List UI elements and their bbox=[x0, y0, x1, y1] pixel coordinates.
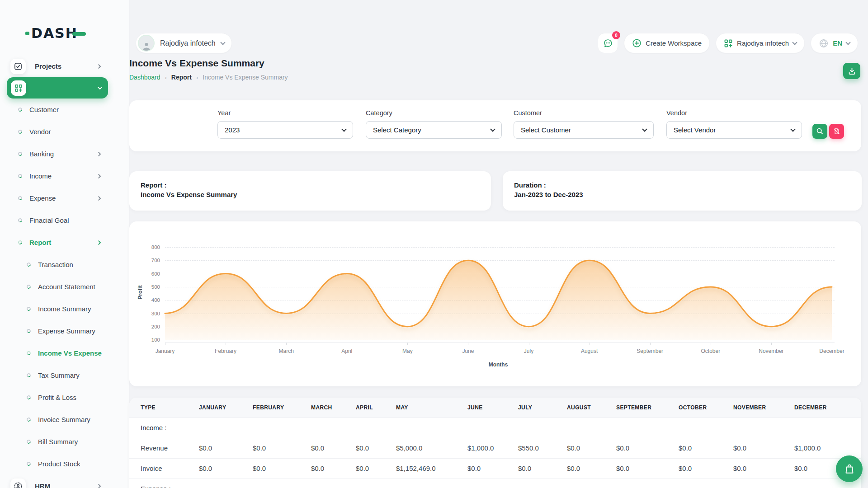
chevron-right-icon bbox=[97, 196, 102, 201]
duration-label: Duration : bbox=[514, 180, 850, 190]
sidebar-item-banking[interactable]: Banking bbox=[0, 143, 129, 165]
value-cell: $0.0 bbox=[616, 458, 678, 479]
sidebar-item-label: Income Vs Expense bbox=[38, 349, 102, 357]
sidebar-item-accounting[interactable]: Accounting bbox=[7, 77, 108, 99]
workspace-selector[interactable]: Rajodiya infotech bbox=[136, 33, 232, 53]
sidebar-item-projects[interactable]: Projects bbox=[0, 55, 129, 77]
table-row: Invoice$0.0$0.0$0.0$0.0$1,152,469.0$0.0$… bbox=[129, 458, 861, 479]
column-header: JULY bbox=[518, 398, 566, 418]
apply-filter-button[interactable] bbox=[812, 124, 827, 139]
category-select[interactable]: Select Category bbox=[366, 121, 502, 139]
sidebar-item-label: Tax Summary bbox=[38, 371, 80, 379]
sidebar-item-label: Customer bbox=[29, 106, 59, 113]
value-cell: $0.0 bbox=[678, 438, 733, 458]
chevron-right-icon bbox=[97, 151, 102, 157]
year-select[interactable]: 2023 bbox=[217, 121, 353, 139]
organization-dropdown[interactable]: Rajodiya infotech bbox=[716, 33, 805, 53]
sidebar-item-label: Expense bbox=[29, 194, 56, 202]
bullet-icon bbox=[18, 129, 23, 135]
sidebar-item-tax-summary[interactable]: Tax Summary bbox=[0, 364, 129, 386]
sidebar-item-label: Income Summary bbox=[38, 305, 91, 313]
sidebar-item-finacial-goal[interactable]: Finacial Goal bbox=[0, 209, 129, 231]
filter-card: Year 2023 Category Select Category Custo… bbox=[129, 100, 861, 151]
profit-area-series bbox=[165, 242, 832, 344]
plus-circle-icon bbox=[632, 38, 642, 48]
sidebar-item-invoice-summary[interactable]: Invoice Summary bbox=[0, 408, 129, 431]
bullet-icon bbox=[26, 328, 32, 334]
sidebar-item-product-stock[interactable]: Product Stock bbox=[0, 453, 129, 475]
value-cell: $0.0 bbox=[252, 438, 311, 458]
x-axis-tickmark bbox=[832, 343, 832, 345]
grid-plus-icon bbox=[11, 80, 26, 96]
column-header: OCTOBER bbox=[678, 398, 733, 418]
profit-chart: Profit 800700600500400300200100JanuaryFe… bbox=[129, 221, 861, 386]
sidebar-item-label: Transaction bbox=[38, 261, 73, 268]
sidebar-item-profit-loss[interactable]: Profit & Loss bbox=[0, 386, 129, 408]
column-header: MAY bbox=[396, 398, 467, 418]
customer-select[interactable]: Select Customer bbox=[514, 121, 654, 139]
bullet-icon bbox=[26, 373, 32, 378]
messages-button[interactable]: 0 bbox=[598, 33, 618, 53]
header-actions: 0 Create Workspace Rajodiya infotech EN bbox=[598, 33, 858, 53]
download-icon bbox=[848, 67, 856, 75]
sidebar-item-label: Income bbox=[29, 172, 52, 180]
breadcrumb-item[interactable]: Report bbox=[171, 74, 192, 81]
x-axis-tick: August bbox=[565, 348, 614, 354]
sidebar-item-vendor[interactable]: Vendor bbox=[0, 121, 129, 143]
chevron-right-icon: › bbox=[196, 74, 198, 81]
sidebar-item-label: Report bbox=[29, 239, 51, 246]
cart-fab-button[interactable] bbox=[836, 455, 863, 482]
sidebar-item-income-vs-expense[interactable]: Income Vs Expense bbox=[0, 342, 129, 364]
x-axis-tick: February bbox=[201, 348, 250, 354]
sidebar-item-expense-summary[interactable]: Expense Summary bbox=[0, 320, 129, 342]
bullet-icon bbox=[26, 417, 32, 422]
sidebar-item-income-summary[interactable]: Income Summary bbox=[0, 298, 129, 320]
value-cell: $0.0 bbox=[355, 438, 396, 458]
vendor-select[interactable]: Select Vendor bbox=[666, 121, 802, 139]
sidebar-item-account-statement[interactable]: Account Statement bbox=[0, 276, 129, 298]
value-cell: $0.0 bbox=[198, 458, 252, 479]
value-cell: $0.0 bbox=[198, 438, 252, 458]
bullet-icon bbox=[18, 218, 23, 223]
category-filter: Category Select Category bbox=[366, 109, 502, 139]
sidebar-item-expense[interactable]: Expense bbox=[0, 187, 129, 209]
column-header: SEPTEMBER bbox=[616, 398, 678, 418]
language-dropdown[interactable]: EN bbox=[811, 33, 858, 53]
chevron-down-icon bbox=[845, 40, 850, 45]
report-summary-card: Report : Income Vs Expense Summary bbox=[129, 171, 491, 211]
clear-filter-button[interactable] bbox=[829, 124, 844, 139]
create-workspace-button[interactable]: Create Workspace bbox=[624, 33, 710, 53]
sidebar-item-transaction[interactable]: Transaction bbox=[0, 253, 129, 276]
app-logo[interactable]: DASH bbox=[25, 25, 86, 41]
bullet-icon bbox=[18, 174, 23, 179]
value-cell: $550.0 bbox=[518, 438, 566, 458]
row-type-cell: Invoice bbox=[129, 458, 198, 479]
report-label: Report : bbox=[141, 180, 480, 190]
bullet-icon bbox=[26, 262, 32, 267]
customer-filter: Customer Select Customer bbox=[514, 109, 654, 139]
chevron-down-icon bbox=[792, 40, 797, 45]
download-button[interactable] bbox=[843, 63, 860, 79]
sidebar-item-label: Expense Summary bbox=[38, 327, 95, 335]
breadcrumb-item: Income Vs Expense Summary bbox=[203, 74, 288, 81]
sidebar-item-label: Account Statement bbox=[38, 283, 95, 291]
sidebar-item-hrm[interactable]: HRM bbox=[0, 475, 129, 488]
row-type-cell: Revenue bbox=[129, 438, 198, 458]
value-cell: $0.0 bbox=[678, 458, 733, 479]
breadcrumb-item[interactable]: Dashboard bbox=[129, 74, 160, 81]
sidebar-item-report[interactable]: Report bbox=[0, 231, 129, 253]
sidebar-item-customer[interactable]: Customer bbox=[0, 99, 129, 121]
value-cell: $1,000.0 bbox=[794, 438, 861, 458]
checkbox-icon bbox=[10, 59, 26, 74]
report-value: Income Vs Expense Summary bbox=[141, 190, 480, 199]
value-cell: $1,000.0 bbox=[467, 438, 518, 458]
column-header: JANUARY bbox=[198, 398, 252, 418]
search-icon bbox=[816, 127, 824, 135]
sidebar-item-income[interactable]: Income bbox=[0, 165, 129, 187]
page-head: Income Vs Expense Summary Dashboard›Repo… bbox=[129, 58, 288, 81]
y-axis-tick: 300 bbox=[142, 311, 160, 316]
sidebar-item-bill-summary[interactable]: Bill Summary bbox=[0, 431, 129, 453]
duration-summary-card: Duration : Jan-2023 to Dec-2023 bbox=[503, 171, 862, 211]
chevron-down-icon bbox=[790, 127, 795, 131]
section-row: Expense : bbox=[129, 479, 861, 488]
